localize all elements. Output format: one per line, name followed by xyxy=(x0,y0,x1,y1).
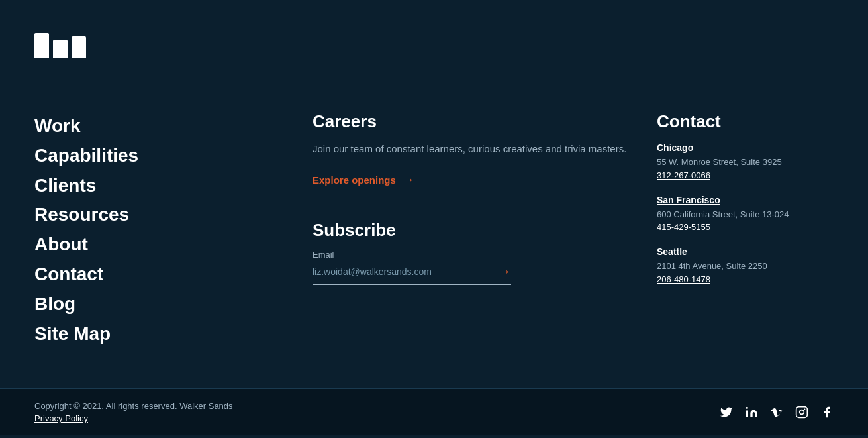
nav-item-clients[interactable]: Clients xyxy=(34,171,313,201)
nav-link-about[interactable]: About xyxy=(34,230,313,260)
location-san-francisco: San Francisco 600 California Street, Sui… xyxy=(657,195,834,233)
svg-rect-1 xyxy=(796,407,808,418)
careers-description: Join our team of constant learners, curi… xyxy=(313,141,657,157)
privacy-policy-link[interactable]: Privacy Policy xyxy=(34,413,233,423)
footer-bottom: Copyright © 2021. All rights reserved. W… xyxy=(0,388,868,435)
nav-link-sitemap[interactable]: Site Map xyxy=(34,319,313,349)
nav-item-about[interactable]: About xyxy=(34,230,313,260)
seattle-address: 2101 4th Avenue, Suite 2250 xyxy=(657,260,834,273)
footer-columns: Work Capabilities Clients Resources Abou… xyxy=(34,111,834,349)
seattle-city-link[interactable]: Seattle xyxy=(657,246,834,257)
instagram-icon-link[interactable] xyxy=(795,406,808,419)
nav-link-blog[interactable]: Blog xyxy=(34,290,313,319)
chicago-address: 55 W. Monroe Street, Suite 3925 xyxy=(657,156,834,169)
vimeo-icon-link[interactable] xyxy=(770,406,783,419)
social-icons xyxy=(720,406,834,419)
logo-bar-3 xyxy=(72,36,86,58)
svg-point-0 xyxy=(746,407,748,409)
subscribe-title: Subscribe xyxy=(313,220,657,241)
arrow-right-icon: → xyxy=(403,173,414,187)
careers-title: Careers xyxy=(313,111,657,132)
nav-item-resources[interactable]: Resources xyxy=(34,200,313,230)
contact-title: Contact xyxy=(657,111,834,132)
contact-column: Contact Chicago 55 W. Monroe Street, Sui… xyxy=(657,111,834,349)
twitter-icon-link[interactable] xyxy=(720,406,733,419)
logo-bar-1 xyxy=(34,33,49,58)
middle-column: Careers Join our team of constant learne… xyxy=(313,111,657,349)
nav-link-clients[interactable]: Clients xyxy=(34,171,313,201)
svg-point-2 xyxy=(800,410,804,415)
nav-link-capabilities[interactable]: Capabilities xyxy=(34,141,313,171)
email-label: Email xyxy=(313,250,657,260)
twitter-icon xyxy=(720,406,733,419)
nav-link-contact[interactable]: Contact xyxy=(34,260,313,290)
linkedin-icon-link[interactable] xyxy=(745,406,758,419)
facebook-icon-link[interactable] xyxy=(820,406,834,419)
linkedin-icon xyxy=(745,406,758,419)
explore-openings-link[interactable]: Explore openings → xyxy=(313,173,414,187)
nav-item-blog[interactable]: Blog xyxy=(34,290,313,319)
email-form: → xyxy=(313,264,511,285)
nav-item-work[interactable]: Work xyxy=(34,111,313,141)
careers-section: Careers Join our team of constant learne… xyxy=(313,111,657,187)
nav-item-capabilities[interactable]: Capabilities xyxy=(34,141,313,171)
explore-openings-label: Explore openings xyxy=(313,174,396,186)
instagram-icon xyxy=(795,406,808,419)
nav-item-contact[interactable]: Contact xyxy=(34,260,313,290)
chicago-city-link[interactable]: Chicago xyxy=(657,142,834,153)
footer-bottom-left: Copyright © 2021. All rights reserved. W… xyxy=(34,401,233,423)
seattle-phone-link[interactable]: 206-480-1478 xyxy=(657,274,834,284)
copyright-text: Copyright © 2021. All rights reserved. W… xyxy=(34,401,233,411)
sf-phone-link[interactable]: 415-429-5155 xyxy=(657,222,834,232)
logo-icon xyxy=(34,33,834,58)
sf-city-link[interactable]: San Francisco xyxy=(657,195,834,205)
facebook-icon xyxy=(820,406,834,419)
sf-address: 600 California Street, Suite 13-024 xyxy=(657,208,834,221)
vimeo-icon xyxy=(770,406,783,419)
logo-area xyxy=(34,33,834,58)
location-chicago: Chicago 55 W. Monroe Street, Suite 3925 … xyxy=(657,142,834,180)
nav-list: Work Capabilities Clients Resources Abou… xyxy=(34,111,313,349)
nav-column: Work Capabilities Clients Resources Abou… xyxy=(34,111,313,349)
nav-link-work[interactable]: Work xyxy=(34,111,313,141)
main-footer: Work Capabilities Clients Resources Abou… xyxy=(0,0,868,388)
location-seattle: Seattle 2101 4th Avenue, Suite 2250 206-… xyxy=(657,246,834,284)
submit-email-button[interactable]: → xyxy=(498,264,511,279)
nav-item-sitemap[interactable]: Site Map xyxy=(34,319,313,349)
chicago-phone-link[interactable]: 312-267-0066 xyxy=(657,170,834,180)
subscribe-section: Subscribe Email → xyxy=(313,220,657,285)
email-input[interactable] xyxy=(313,266,498,277)
logo-bar-2 xyxy=(53,40,68,58)
nav-link-resources[interactable]: Resources xyxy=(34,200,313,230)
svg-point-3 xyxy=(804,409,806,410)
